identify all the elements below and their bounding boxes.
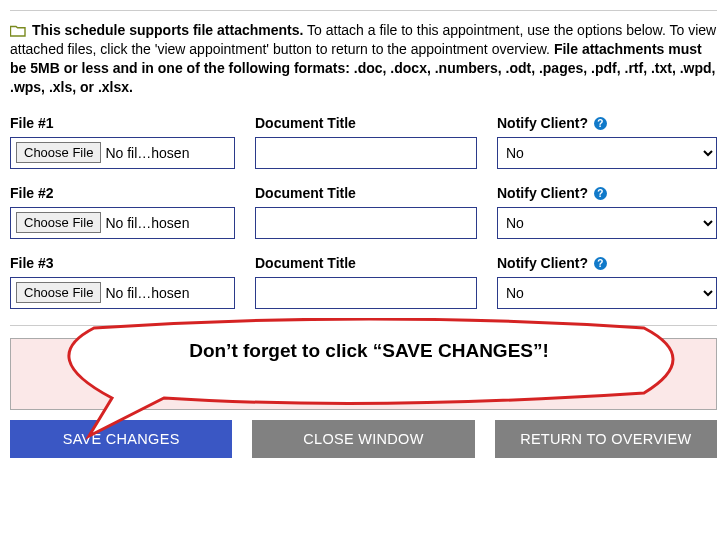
action-button-row: SAVE CHANGES CLOSE WINDOW RETURN TO OVER… [10, 420, 717, 458]
mid-divider [10, 325, 717, 326]
background-panel [10, 338, 717, 410]
close-window-button[interactable]: CLOSE WINDOW [252, 420, 474, 458]
file-status: No fil…hosen [105, 215, 189, 231]
doc-title-input-2[interactable] [255, 207, 477, 239]
top-divider [10, 10, 717, 11]
choose-file-button[interactable]: Choose File [16, 142, 101, 163]
intro-text: This schedule supports file attachments.… [10, 21, 717, 97]
file-row-1: File #1 Document Title Notify Client? ? … [10, 115, 717, 169]
choose-file-button[interactable]: Choose File [16, 212, 101, 233]
doc-title-label: Document Title [255, 255, 477, 271]
notify-label: Notify Client? ? [497, 115, 717, 131]
notify-label: Notify Client? ? [497, 185, 717, 201]
help-icon[interactable]: ? [594, 187, 607, 200]
folder-icon [10, 22, 32, 38]
file-label: File #1 [10, 115, 235, 131]
doc-title-label: Document Title [255, 185, 477, 201]
choose-file-button[interactable]: Choose File [16, 282, 101, 303]
notify-select-1[interactable]: No [497, 137, 717, 169]
help-icon[interactable]: ? [594, 257, 607, 270]
file-input-1[interactable]: Choose File No fil…hosen [10, 137, 235, 169]
file-row-2: File #2 Document Title Notify Client? ? … [10, 185, 717, 239]
file-label: File #2 [10, 185, 235, 201]
file-status: No fil…hosen [105, 285, 189, 301]
notify-select-2[interactable]: No [497, 207, 717, 239]
doc-title-input-3[interactable] [255, 277, 477, 309]
file-status: No fil…hosen [105, 145, 189, 161]
notify-label: Notify Client? ? [497, 255, 717, 271]
file-input-3[interactable]: Choose File No fil…hosen [10, 277, 235, 309]
help-icon[interactable]: ? [594, 117, 607, 130]
doc-title-input-1[interactable] [255, 137, 477, 169]
notify-select-3[interactable]: No [497, 277, 717, 309]
file-input-2[interactable]: Choose File No fil…hosen [10, 207, 235, 239]
save-changes-button[interactable]: SAVE CHANGES [10, 420, 232, 458]
file-label: File #3 [10, 255, 235, 271]
return-to-overview-button[interactable]: RETURN TO OVERVIEW [495, 420, 717, 458]
doc-title-label: Document Title [255, 115, 477, 131]
intro-lead: This schedule supports file attachments. [32, 22, 304, 38]
file-row-3: File #3 Document Title Notify Client? ? … [10, 255, 717, 309]
